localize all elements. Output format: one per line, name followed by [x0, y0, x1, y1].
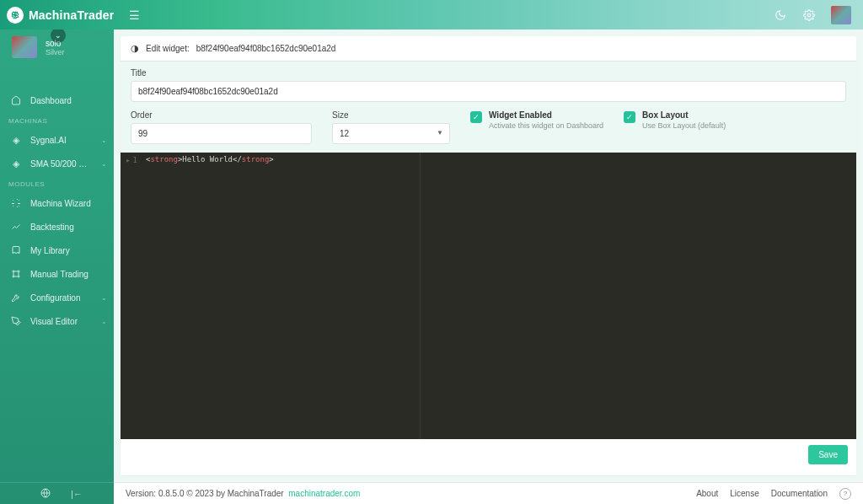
header-prefix: Edit widget: — [146, 44, 190, 53]
code-punct: </ — [233, 155, 242, 164]
brand-name: MachinaTrader — [29, 8, 114, 22]
sidebar-item-label: SMA 50/200 Golden Cro… — [30, 159, 93, 169]
sidebar-section-machinas: MACHINAS — [0, 112, 114, 128]
sidebar: ⌄ solo Silver Dashboard MACHINAS ◈ Sygna… — [0, 29, 114, 504]
sidebar-item-label: Manual Trading — [30, 270, 107, 279]
sidebar-item-library[interactable]: My Library — [0, 239, 114, 262]
sidebar-item-config[interactable]: Configuration ⌄ — [0, 286, 114, 309]
box-layout-group: ✓ Box Layout Use Box Layout (default) — [624, 110, 726, 130]
chart-icon — [10, 221, 22, 233]
save-button[interactable]: Save — [808, 445, 848, 464]
form-body: Title Order Size 12 ▼ — [121, 62, 856, 153]
sidebar-item-backtesting[interactable]: Backtesting — [0, 215, 114, 239]
collapse-icon[interactable]: |← — [71, 489, 83, 499]
title-label: Title — [131, 68, 846, 78]
size-select[interactable]: 12 — [332, 123, 450, 144]
code-tag: strong — [242, 155, 270, 164]
main-area: ◑ Edit widget: b8f24f90eaf94f08bc1652dc9… — [114, 29, 863, 482]
sidebar-toggle[interactable]: ☰ — [129, 8, 140, 22]
wizard-icon — [10, 197, 22, 209]
edit-widget-card: ◑ Edit widget: b8f24f90eaf94f08bc1652dc9… — [121, 36, 856, 475]
code-content[interactable]: <strong>Hello World</strong> — [141, 153, 856, 439]
sidebar-item-visual[interactable]: Visual Editor ⌄ — [0, 309, 114, 333]
diamond-icon: ◈ — [10, 158, 22, 169]
chevron-down-icon: ⌄ — [101, 318, 107, 325]
user-avatar-header[interactable] — [831, 6, 851, 24]
footer-left: Version: 0.8.5.0 © 2023 by MachinaTrader… — [126, 489, 360, 498]
svg-point-0 — [807, 13, 811, 17]
sidebar-user-block[interactable]: ⌄ solo Silver — [0, 29, 114, 67]
chevron-down-icon: ⌄ — [101, 294, 107, 302]
sidebar-footer: |← — [0, 482, 114, 504]
card-header: ◑ Edit widget: b8f24f90eaf94f08bc1652dc9… — [121, 36, 856, 62]
sidebar-section-modules: MODULES — [0, 175, 114, 191]
manual-icon — [10, 268, 22, 280]
sidebar-item-label: Configuration — [30, 293, 93, 303]
box-layout-checkbox[interactable]: ✓ — [624, 111, 635, 123]
version-text: Version: 0.8.5.0 © 2023 by MachinaTrader — [126, 489, 284, 498]
box-layout-label: Box Layout — [642, 110, 726, 120]
fold-icon[interactable]: ▸ — [126, 155, 130, 165]
size-label: Size — [332, 110, 450, 120]
site-link[interactable]: machinatrader.com — [288, 489, 360, 498]
editor-split-line — [420, 153, 421, 439]
diamond-icon: ◈ — [10, 134, 22, 146]
pen-icon — [10, 315, 22, 327]
code-text: Hello World — [182, 155, 233, 164]
brand-logo[interactable]: ֎ MachinaTrader — [0, 7, 114, 24]
code-tag: strong — [150, 155, 178, 164]
library-icon — [10, 244, 22, 256]
sidebar-item-label: Visual Editor — [30, 317, 93, 326]
sidebar-item-label: My Library — [30, 246, 107, 255]
wrench-icon — [10, 292, 22, 303]
sidebar-item-label: Sygnal.AI — [30, 136, 93, 145]
chevron-down-icon: ⌄ — [101, 160, 107, 168]
footer-license[interactable]: License — [730, 489, 758, 498]
user-avatar-sidebar — [12, 36, 37, 58]
widget-enabled-label: Widget Enabled — [489, 110, 603, 120]
widget-icon: ◑ — [131, 43, 139, 54]
order-input[interactable] — [131, 123, 312, 144]
home-icon — [10, 94, 22, 106]
brand-icon: ֎ — [7, 7, 24, 24]
chevron-down-icon: ⌄ — [101, 137, 107, 144]
user-tier: Silver — [46, 48, 65, 56]
code-gutter: ▸1 — [121, 153, 141, 439]
globe-icon[interactable] — [40, 488, 51, 500]
code-editor[interactable]: ▸1 <strong>Hello World</strong> — [121, 153, 856, 439]
box-layout-desc: Use Box Layout (default) — [642, 121, 726, 130]
sidebar-item-wizard[interactable]: Machina Wizard — [0, 191, 114, 215]
sidebar-item-sma[interactable]: ◈ SMA 50/200 Golden Cro… ⌄ — [0, 152, 114, 175]
widget-enabled-desc: Activate this widget on Dashboard — [489, 121, 603, 130]
top-header: ֎ MachinaTrader ☰ — [0, 0, 863, 29]
header-widget-id: b8f24f90eaf94f08bc1652dc90e01a2d — [196, 44, 336, 53]
order-label: Order — [131, 110, 312, 120]
dark-mode-icon[interactable] — [774, 8, 787, 22]
footer: Version: 0.8.5.0 © 2023 by MachinaTrader… — [114, 482, 863, 504]
header-right — [774, 6, 863, 24]
footer-about[interactable]: About — [696, 489, 718, 498]
widget-enabled-group: ✓ Widget Enabled Activate this widget on… — [470, 110, 603, 130]
card-actions: Save — [121, 439, 856, 470]
sidebar-item-label: Machina Wizard — [30, 199, 107, 208]
line-number: 1 — [133, 156, 137, 164]
code-punct: > — [269, 155, 273, 164]
sidebar-item-manual[interactable]: Manual Trading — [0, 262, 114, 286]
widget-enabled-checkbox[interactable]: ✓ — [470, 111, 482, 123]
help-icon[interactable]: ? — [839, 488, 851, 500]
sidebar-item-dashboard[interactable]: Dashboard — [0, 88, 114, 112]
sidebar-item-label: Dashboard — [30, 96, 107, 105]
footer-documentation[interactable]: Documentation — [771, 489, 828, 498]
sidebar-item-label: Backtesting — [30, 223, 107, 232]
title-input[interactable] — [131, 81, 846, 102]
footer-right: About License Documentation ? — [696, 488, 851, 500]
settings-icon[interactable] — [802, 8, 816, 22]
sidebar-item-sygnal[interactable]: ◈ Sygnal.AI ⌄ — [0, 128, 114, 152]
